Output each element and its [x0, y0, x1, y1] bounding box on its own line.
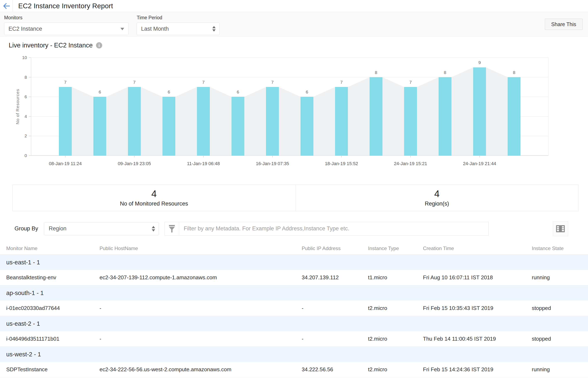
x-tick-label: 18-Jan-19 15:52 — [325, 161, 358, 166]
y-tick-label: 10 — [22, 55, 27, 60]
y-tick-label: 2 — [25, 134, 27, 138]
table-row[interactable]: i-046496d3511171b01--t2.microThu Feb 14 … — [0, 331, 588, 347]
table-cell: stopped — [532, 336, 588, 342]
table-cell: t2.micro — [368, 336, 423, 342]
bar-value-label: 6 — [168, 90, 170, 94]
summary-monitored-resources: 4 No of Monitored Resources — [13, 185, 296, 211]
column-header[interactable]: Instance State — [532, 246, 588, 251]
column-header[interactable]: Public IP Address — [302, 246, 368, 251]
funnel-icon — [168, 224, 175, 233]
page-title: EC2 Instance Inventory Report — [13, 2, 113, 10]
bar-value-label: 7 — [340, 80, 343, 84]
column-header[interactable]: Monitor Name — [6, 246, 100, 251]
x-tick-label: 16-Jan-19 07:35 — [256, 161, 289, 166]
x-tick-label: 24-Jan-19 21:44 — [463, 161, 496, 166]
bar-value-label: 9 — [478, 60, 481, 65]
table-cell: - — [100, 336, 302, 342]
column-chooser-button[interactable] — [553, 221, 568, 236]
groupby-select[interactable]: Region — [44, 222, 159, 235]
top-header: EC2 Instance Inventory Report — [0, 0, 588, 12]
bar-value-label: 7 — [133, 80, 136, 84]
bar-value-label: 7 — [64, 80, 67, 84]
table-group-row[interactable]: us-west-2 - 1 — [0, 347, 588, 362]
column-header[interactable]: Public HostName — [100, 246, 302, 251]
metadata-filter-input[interactable] — [179, 222, 489, 236]
filter-bar: Monitors EC2 Instance Time Period Last M… — [0, 12, 588, 36]
back-button[interactable] — [0, 0, 13, 12]
arrow-left-icon — [3, 3, 10, 9]
inventory-chart: 02468107676767678789808-Jan-19 11:2409-J… — [0, 52, 588, 174]
x-tick-label: 09-Jan-19 23:05 — [118, 161, 151, 166]
y-axis-title: No of Resources — [15, 89, 20, 124]
up-down-arrows-icon — [152, 226, 155, 232]
bar — [404, 87, 417, 156]
table-cell: Beanstalktesting-env — [6, 274, 100, 281]
monitors-select[interactable]: EC2 Instance — [4, 22, 129, 35]
x-tick-label: 08-Jan-19 11:24 — [49, 161, 82, 166]
bar-value-label: 6 — [306, 90, 308, 94]
table-cell: ec2-34-222-56-56.us-west-2.compute.amazo… — [100, 366, 302, 373]
table-row[interactable]: i-01ec020330ad77644--t2.microFri Feb 15 … — [0, 301, 588, 316]
y-tick-label: 0 — [25, 153, 27, 158]
column-header[interactable]: Instance Type — [368, 246, 423, 251]
table-row[interactable]: SDPTestInstanceec2-34-222-56-56.us-west-… — [0, 362, 588, 377]
table-cell: i-01ec020330ad77644 — [6, 305, 100, 312]
bar — [370, 77, 382, 156]
y-tick-label: 6 — [25, 94, 27, 99]
summary-value: 4 — [434, 189, 439, 198]
table-cell: t2.micro — [368, 305, 423, 312]
bar — [439, 77, 452, 156]
table-cell: running — [532, 366, 588, 373]
time-period-label: Time Period — [137, 15, 220, 20]
table-cell: i-046496d3511171b01 — [6, 336, 100, 342]
table-cell: stopped — [532, 305, 588, 312]
column-header[interactable]: Creation Time — [423, 246, 532, 251]
table-group-row[interactable]: ap-south-1 - 1 — [0, 285, 588, 301]
table-cell: - — [302, 305, 368, 312]
table-cell: SDPTestInstance — [6, 366, 100, 373]
table-columns-icon — [556, 225, 565, 232]
bar-value-label: 8 — [375, 70, 377, 75]
bar — [197, 87, 210, 156]
bar — [508, 77, 521, 156]
table-cell: ec2-34-207-139-112.compute-1.amazonaws.c… — [100, 274, 302, 281]
share-this-button[interactable]: Share This — [545, 19, 582, 30]
table-cell: Fri Feb 15 14:24:36 IST 2019 — [423, 366, 532, 373]
bar-value-label: 7 — [202, 80, 205, 84]
groupby-select-value: Region — [49, 226, 67, 232]
info-icon[interactable]: i — [96, 42, 102, 48]
bar — [128, 87, 141, 156]
bar — [335, 87, 348, 156]
table-group-row[interactable]: us-east-1 - 1 — [0, 255, 588, 270]
table-row[interactable]: Beanstalktesting-envec2-34-207-139-112.c… — [0, 270, 588, 285]
x-tick-label: 11-Jan-19 06:48 — [187, 161, 220, 166]
table-cell: - — [302, 336, 368, 342]
table-cell: Thu Feb 14 11:00:45 IST 2019 — [423, 336, 532, 342]
table-group-row[interactable]: us-east-2 - 1 — [0, 316, 588, 331]
groupby-label: Group By — [15, 226, 38, 232]
table-cell: t2.micro — [368, 366, 423, 373]
bar-value-label: 6 — [99, 90, 101, 94]
time-period-select[interactable]: Last Month — [137, 22, 220, 35]
inventory-table-body: us-east-1 - 1Beanstalktesting-envec2-34-… — [0, 255, 588, 377]
summary-box: 4 No of Monitored Resources 4 Region(s) — [13, 184, 578, 211]
chart-title: Live inventory - EC2 Instance — [9, 42, 93, 49]
bar-value-label: 6 — [237, 90, 239, 94]
summary-label: Region(s) — [425, 200, 449, 207]
filter-funnel-button[interactable] — [164, 222, 179, 236]
monitors-select-value: EC2 Instance — [9, 26, 42, 32]
y-tick-label: 4 — [25, 114, 27, 119]
x-tick-label: 24-Jan-19 15:21 — [394, 161, 427, 166]
time-period-select-value: Last Month — [141, 26, 169, 32]
bar-value-label: 7 — [271, 80, 274, 84]
caret-down-icon — [121, 28, 124, 30]
bar-value-label: 8 — [444, 70, 446, 75]
y-tick-label: 8 — [25, 75, 27, 80]
table-cell: Fri Aug 10 16:07:11 IST 2018 — [423, 274, 532, 281]
table-cell: running — [532, 274, 588, 281]
table-cell: Fri Feb 15 10:35:43 IST 2019 — [423, 305, 532, 312]
summary-regions: 4 Region(s) — [296, 185, 578, 211]
bar — [94, 97, 106, 156]
bar — [59, 87, 72, 156]
table-cell: t1.micro — [368, 274, 423, 281]
